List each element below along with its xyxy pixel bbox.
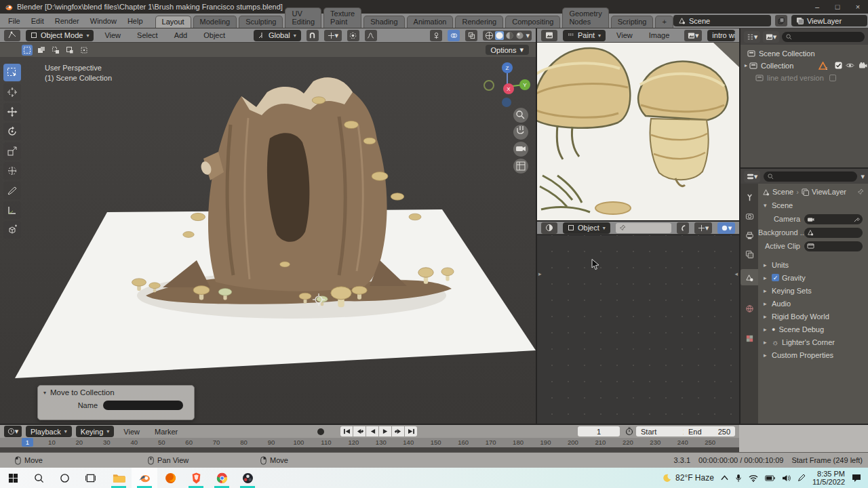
playback-menu[interactable]: Playback▾ [26,426,72,437]
snap-target-selector[interactable]: ▾ [324,30,342,41]
tab-layout[interactable]: Layout [155,16,191,28]
camera-field[interactable] [804,214,863,224]
scene-selector[interactable]: Scene [673,15,771,26]
eyedropper-icon[interactable] [854,216,860,222]
xray-toggle-icon[interactable] [465,30,477,41]
snap-magnet-icon[interactable] [307,30,319,41]
region-expand-left-icon[interactable]: ▸ [538,270,542,277]
viewport-options-button[interactable]: Options▾ [486,45,529,55]
select-mode-subtract-icon[interactable] [50,45,61,56]
tab-scripting[interactable]: Scripting [611,16,654,28]
collapse-chevron-icon[interactable]: ▾ [43,390,46,396]
menu-file[interactable]: File [3,17,26,25]
timeline-track-area[interactable] [0,447,739,452]
shader-editor-canvas[interactable]: ▸ ◂ [537,235,739,424]
add-workspace-button[interactable]: + [655,16,673,28]
properties-search-input[interactable] [764,171,857,182]
show-gizmo-icon[interactable] [430,30,442,41]
viewport-menu-select[interactable]: Select [132,31,163,39]
timeline-editor-type-icon[interactable]: ▾ [4,426,22,437]
collection-name-input[interactable] [103,401,183,410]
shader-type-selector[interactable]: Object▾ [563,222,610,234]
exclude-checkbox-unchecked[interactable] [829,75,836,81]
panel-units[interactable]: ▸Units [758,258,868,271]
window-titlebar[interactable]: Blender [D:\wingfox\blend files\Chapter … [0,0,868,14]
jump-to-end-button[interactable] [405,426,417,436]
close-button[interactable]: × [848,0,868,14]
select-mode-extend-icon[interactable] [36,45,47,56]
proportional-editing-icon[interactable] [347,30,359,41]
shading-solid-icon[interactable] [495,31,504,40]
tab-view-layer-icon[interactable] [741,246,758,262]
panel-gravity[interactable]: ▸✓Gravity [758,271,868,284]
timeline-menu-view[interactable]: View [118,428,145,436]
tool-scale[interactable] [3,142,21,160]
tray-chevron-icon[interactable] [721,475,728,481]
view-layer-selector[interactable]: ViewLayer [791,15,867,26]
panel-rigid-body-world[interactable]: ▸Rigid Body World [758,310,868,323]
panel-audio[interactable]: ▸Audio [758,297,868,310]
blender-taskbar-icon[interactable] [132,468,157,488]
image-mode-selector[interactable]: Paint▾ [563,30,606,41]
viewport-menu-view[interactable]: View [99,31,126,39]
panel-custom-properties[interactable]: ▸Custom Properties [758,348,868,361]
pin-icon[interactable] [619,224,626,231]
tab-sculpting[interactable]: Sculpting [239,16,283,28]
stopwatch-icon[interactable] [625,427,633,436]
cortana-icon[interactable] [52,468,77,488]
timeline-ruler[interactable]: 1 10203040506070809010011012013014015016… [0,438,868,447]
region-expand-right-icon[interactable]: ◂ [734,270,738,277]
image-menu-view[interactable]: View [611,31,638,39]
editor-type-image-icon[interactable] [541,30,557,41]
panel-keying-sets[interactable]: ▸Keying Sets [758,284,868,297]
image-browse-icon[interactable]: ▾ [684,30,702,41]
hide-eye-icon[interactable] [846,62,854,69]
shading-wireframe-icon[interactable] [485,31,494,40]
menu-edit[interactable]: Edit [26,17,50,25]
tab-geometry-nodes[interactable]: Geometry Nodes [562,7,608,28]
viewport-menu-object[interactable]: Object [198,31,231,39]
image-datablock-name[interactable]: intro with Francisco [707,30,735,41]
tab-texture-icon[interactable] [741,330,758,346]
new-scene-icon[interactable] [775,15,787,26]
outliner-row-collection[interactable]: ▸ Collection 2 [741,60,868,71]
tab-render-icon[interactable] [741,208,758,224]
tab-rendering[interactable]: Rendering [455,16,503,28]
speaker-icon[interactable] [782,474,791,482]
battery-icon[interactable] [765,475,775,481]
taskbar-clock[interactable]: 8:35 PM 11/5/2022 [812,470,845,486]
viewport-canvas[interactable]: Z Y X User Perspective [0,57,536,424]
crumb-viewlayer[interactable]: ViewLayer [812,188,846,196]
tool-cursor[interactable] [3,83,21,101]
auto-key-button[interactable] [316,427,326,436]
play-button[interactable] [379,426,391,436]
select-mode-invert-icon[interactable] [64,45,75,56]
panel-lighters-corner[interactable]: ▸☼Lighter's Corner [758,336,868,348]
start-button[interactable] [0,468,26,488]
transform-orientation-selector[interactable]: Global ▾ [254,30,301,41]
obs-icon[interactable] [235,468,260,488]
shading-material-icon[interactable] [505,31,514,40]
viewport-menu-add[interactable]: Add [169,31,193,39]
outliner-row-line-arted[interactable]: line arted version [741,72,868,83]
shading-rendered-icon[interactable] [515,31,524,40]
expander-icon[interactable]: ▸ [745,62,747,68]
firefox-icon[interactable] [157,468,183,488]
mode-selector[interactable]: Object Mode ▾ [26,30,94,41]
background-scene-field[interactable] [804,228,863,238]
disable-render-camera-icon[interactable] [859,62,867,69]
exclude-checkbox[interactable] [835,62,842,69]
tool-add-primitive[interactable] [3,221,21,239]
pin-icon[interactable] [857,188,864,195]
gravity-checkbox[interactable]: ✓ [772,274,779,281]
tab-compositing[interactable]: Compositing [505,16,560,28]
tab-uv-editing[interactable]: UV Editing [285,7,321,28]
tool-annotate[interactable] [3,182,21,199]
task-view-icon[interactable] [77,468,103,488]
tab-scene-icon[interactable] [741,269,758,285]
tool-rotate[interactable] [3,123,21,140]
maximize-button[interactable]: □ [827,0,848,14]
properties-editor-type-icon[interactable]: ▾ [744,171,760,182]
redo-panel[interactable]: ▾ Move to Collection Name [37,385,195,420]
outliner-row-scene-collection[interactable]: Scene Collection [741,47,868,59]
